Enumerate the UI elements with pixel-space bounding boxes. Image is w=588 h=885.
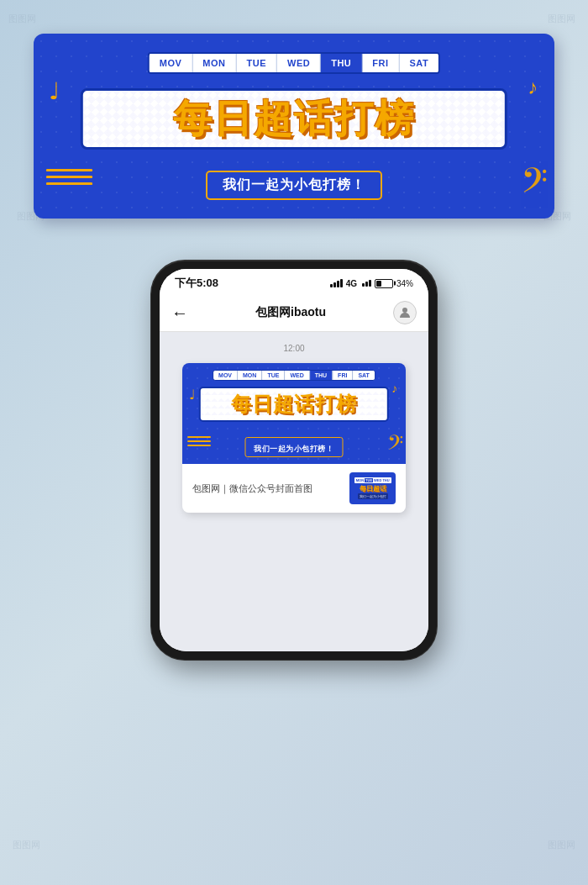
signal-bar-4 <box>340 279 343 287</box>
message-footer: 包图网｜微信公众号封面首图 MON TUE WED THU 每日 <box>182 464 406 513</box>
mini-weekday-thu: THU <box>310 371 333 380</box>
nav-avatar[interactable] <box>393 301 417 324</box>
message-timestamp: 12:00 <box>170 344 418 353</box>
mini-wave-3 <box>187 445 211 446</box>
watermark-5: 图图网 <box>13 839 40 851</box>
signal-bar-6 <box>365 282 368 287</box>
battery-icon <box>375 279 393 288</box>
top-banner: MOV MON TUE WED THU FRI SAT ♩ ♪ 每日超话打榜 𝄢… <box>34 34 554 219</box>
mini-subtitle-box: 我们一起为小包打榜！ <box>244 437 343 457</box>
back-button[interactable]: ← <box>171 303 188 323</box>
network-label: 4G <box>346 279 357 288</box>
main-title: 每日超话打榜 <box>100 97 488 140</box>
nav-title: 包图网ibaotu <box>255 305 326 320</box>
mini-weekday-sat: SAT <box>353 371 374 380</box>
battery-percent: 34% <box>396 279 413 288</box>
thumb-day-2: TUE <box>365 478 373 482</box>
watermark-1: 图图网 <box>8 13 36 25</box>
subtitle-box: 我们一起为小包打榜！ <box>206 171 382 200</box>
mini-note-left: ♩ <box>189 387 196 403</box>
mini-weekday-mov: MOV <box>213 371 238 380</box>
chat-area: 12:00 MOV MON TUE WED <box>160 332 428 651</box>
weekday-mov: MOV <box>150 54 193 72</box>
signal-bar-3 <box>337 281 339 287</box>
signal-bar-2 <box>333 282 336 287</box>
wave-line-3 <box>46 182 92 185</box>
phone-outer: 下午5:08 4G <box>151 261 437 660</box>
nav-bar: ← 包图网ibaotu <box>160 294 428 332</box>
watermark-6: 图图网 <box>548 839 575 851</box>
weekdays-strip: MOV MON TUE WED THU FRI SAT <box>148 52 440 74</box>
thumb-days: MON TUE WED THU <box>354 477 391 483</box>
mini-banner: MOV MON TUE WED THU FRI SAT ♩ ♪ <box>182 363 406 513</box>
mini-wave-lines <box>187 436 211 449</box>
status-bar: 下午5:08 4G <box>160 269 428 294</box>
signal-bar-1 <box>330 284 333 287</box>
music-note-left: ♩ <box>49 80 60 103</box>
signal-bars <box>330 279 343 287</box>
footer-thumbnail: MON TUE WED THU 每日超话 我们一起为小包打 <box>349 472 396 504</box>
top-banner-container: MOV MON TUE WED THU FRI SAT ♩ ♪ 每日超话打榜 𝄢… <box>34 34 554 227</box>
mini-bass-clef: 𝄢 <box>387 431 403 461</box>
weekday-tue: TUE <box>237 54 278 72</box>
mini-weekday-fri: FRI <box>333 371 353 380</box>
mini-weekday-mon: MON <box>238 371 262 380</box>
message-bubble: MOV MON TUE WED THU FRI SAT ♩ ♪ <box>182 363 406 513</box>
status-icons: 4G 34% <box>330 279 413 288</box>
weekday-fri: FRI <box>362 54 399 72</box>
wave-line-1 <box>46 169 92 171</box>
mini-weekdays: MOV MON TUE WED THU FRI SAT <box>213 370 375 381</box>
mini-banner-inner: MOV MON TUE WED THU FRI SAT ♩ ♪ <box>182 363 406 464</box>
main-title-box: 每日超话打榜 <box>81 88 507 150</box>
thumb-day-3: WED <box>374 478 381 482</box>
thumb-day-4: THU <box>382 478 389 482</box>
weekday-mon: MON <box>192 54 236 72</box>
wave-line-2 <box>46 176 92 178</box>
mini-note-right: ♪ <box>391 382 397 395</box>
subtitle-text: 我们一起为小包打榜！ <box>223 177 365 192</box>
signal-bar-7 <box>369 280 371 287</box>
footer-text: 包图网｜微信公众号封面首图 <box>192 482 312 495</box>
watermark-2: 图图网 <box>548 13 575 25</box>
mini-title-text: 每日超话打榜 <box>209 391 379 418</box>
weekday-wed: WED <box>277 54 321 72</box>
status-time: 下午5:08 <box>175 276 218 291</box>
phone-inner: 下午5:08 4G <box>160 269 428 651</box>
mini-subtitle-text: 我们一起为小包打榜！ <box>254 445 333 453</box>
music-note-right: ♪ <box>528 76 538 99</box>
bass-clef-icon: 𝄢 <box>521 161 548 210</box>
mini-weekday-wed: WED <box>285 371 309 380</box>
thumb-title: 每日超话 <box>360 484 386 493</box>
thumb-day-1: MON <box>356 478 364 482</box>
phone-mockup: 下午5:08 4G <box>151 261 437 660</box>
mini-weekday-tue: TUE <box>262 371 285 380</box>
signal-bars-2 <box>362 280 371 287</box>
thumb-sub: 我们一起为小包打 <box>358 493 388 499</box>
wave-lines-left <box>46 169 92 189</box>
mini-title-box: 每日超话打榜 <box>199 387 389 422</box>
thumb-inner: MON TUE WED THU 每日超话 我们一起为小包打 <box>349 472 396 504</box>
battery-fill <box>376 281 381 287</box>
weekday-thu: THU <box>321 54 362 72</box>
svg-point-0 <box>402 308 407 313</box>
mini-wave-1 <box>187 436 211 438</box>
signal-bar-5 <box>362 283 365 287</box>
weekday-sat: SAT <box>400 54 439 72</box>
mini-wave-2 <box>187 440 211 442</box>
